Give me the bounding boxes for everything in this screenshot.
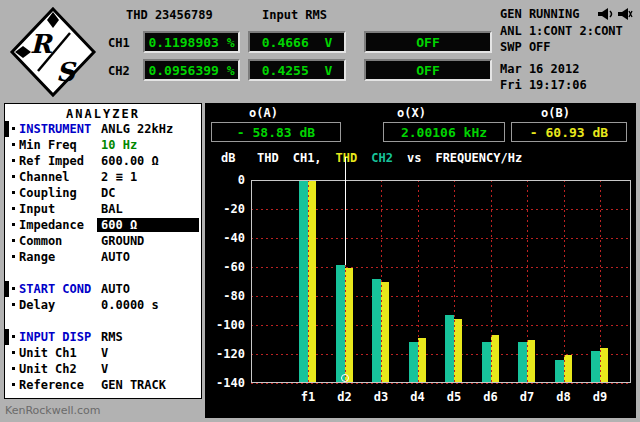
aux-display-1: OFF xyxy=(364,31,492,53)
row-label: Impedance xyxy=(19,218,84,232)
svg-text:R: R xyxy=(30,29,53,59)
row-bullet xyxy=(12,383,15,386)
plot-area: 0-20-40-60-80-100-120-140f1d2d3d4d5d6d7d… xyxy=(205,103,636,418)
row-bullet xyxy=(12,127,15,130)
row-label: Range xyxy=(19,250,55,264)
swp-status: SWP OFF xyxy=(500,40,551,54)
analyzer-panel: ANALYZER INSTRUMENTANLG 22kHzMin Freq10 … xyxy=(4,103,202,399)
row-bullet xyxy=(12,255,15,258)
svg-text:S: S xyxy=(56,57,77,87)
y-tick-label: -120 xyxy=(205,347,245,361)
y-tick-label: -40 xyxy=(205,231,245,245)
section-indicator xyxy=(5,329,9,345)
date-display: Mar 16 2012 xyxy=(500,62,579,76)
row-label: Unit Ch1 xyxy=(19,346,77,360)
y-tick-label: -100 xyxy=(205,318,245,332)
y-tick-label: -140 xyxy=(205,376,245,390)
x-tick-label: d2 xyxy=(327,390,363,404)
menu-row-common[interactable]: CommonGROUND xyxy=(5,233,201,249)
time-display: Fri 19:17:06 xyxy=(500,78,587,92)
speaker-icon xyxy=(597,7,613,21)
x-tick-label: f1 xyxy=(290,390,326,404)
menu-row-instrument[interactable]: INSTRUMENTANLG 22kHz xyxy=(5,121,201,137)
row-bullet xyxy=(12,175,15,178)
row-bullet xyxy=(12,143,15,146)
row-bullet xyxy=(12,239,15,242)
x-tick-label: d8 xyxy=(546,390,582,404)
x-tick-label: d9 xyxy=(582,390,618,404)
row-label: Delay xyxy=(19,298,55,312)
x-tick-label: d5 xyxy=(436,390,472,404)
row-value: 2 ≡ 1 xyxy=(101,170,137,184)
rms2-display: 0.4255 V xyxy=(248,59,346,81)
row-value: 600 Ω xyxy=(97,218,199,232)
row-label: Min Freq xyxy=(19,138,77,152)
ch2-thd-display: 0.0956399 % xyxy=(143,59,240,81)
x-tick-label: d6 xyxy=(473,390,509,404)
ch1-thd-display: 0.1198903 % xyxy=(143,31,240,53)
analyzer-rows: INSTRUMENTANLG 22kHzMin Freq10 HzRef Imp… xyxy=(5,121,201,393)
row-bullet xyxy=(12,159,15,162)
row-bullet xyxy=(12,207,15,210)
menu-row-channel[interactable]: Channel2 ≡ 1 xyxy=(5,169,201,185)
y-tick-label: -20 xyxy=(205,202,245,216)
menu-row-input-disp[interactable]: INPUT DISPRMS xyxy=(5,329,201,345)
row-value: DC xyxy=(101,186,115,200)
menu-row-input[interactable]: InputBAL xyxy=(5,201,201,217)
row-bullet xyxy=(12,191,15,194)
row-bullet xyxy=(12,367,15,370)
thd-function-label: THD 23456789 xyxy=(126,8,213,22)
section-indicator xyxy=(5,281,9,297)
row-label: INPUT DISP xyxy=(19,330,91,344)
row-bullet xyxy=(12,223,15,226)
row-label: Input xyxy=(19,202,55,216)
menu-row-delay[interactable]: Delay0.0000 s xyxy=(5,297,201,313)
row-value: GEN TRACK xyxy=(101,378,166,392)
row-value: AUTO xyxy=(101,250,130,264)
aux-display-2: OFF xyxy=(364,59,492,81)
row-bullet xyxy=(12,351,15,354)
row-value: GROUND xyxy=(101,234,144,248)
row-value: V xyxy=(101,346,108,360)
row-label: INSTRUMENT xyxy=(19,122,91,136)
menu-row-unit-ch2[interactable]: Unit Ch2V xyxy=(5,361,201,377)
row-bullet xyxy=(12,303,15,306)
plot-frame xyxy=(251,180,631,383)
x-tick-label: d7 xyxy=(509,390,545,404)
row-value: 600.00 Ω xyxy=(101,154,159,168)
row-value: AUTO xyxy=(101,282,130,296)
row-value: 0.0000 s xyxy=(101,298,159,312)
y-tick-label: -80 xyxy=(205,289,245,303)
row-label: Coupling xyxy=(19,186,77,200)
watermark: KenRockwell.com xyxy=(5,404,101,417)
gen-status: GEN RUNNING xyxy=(500,7,579,21)
menu-row-impedance[interactable]: Impedance600 Ω xyxy=(5,217,201,233)
row-value: 10 Hz xyxy=(101,138,137,152)
analyzer-panel-title: ANALYZER xyxy=(5,104,201,121)
row-value: RMS xyxy=(101,330,123,344)
row-label: Reference xyxy=(19,378,84,392)
y-tick-label: -60 xyxy=(205,260,245,274)
menu-row-start-cond[interactable]: START CONDAUTO xyxy=(5,281,201,297)
x-tick-label: d4 xyxy=(400,390,436,404)
row-value: BAL xyxy=(101,202,123,216)
row-bullet xyxy=(12,335,15,338)
rs-logo: R S xyxy=(8,5,98,99)
row-label: START COND xyxy=(19,282,91,296)
menu-row-coupling[interactable]: CouplingDC xyxy=(5,185,201,201)
ch1-label: CH1 xyxy=(108,36,130,50)
panel-spacer xyxy=(5,313,201,329)
row-label: Unit Ch2 xyxy=(19,362,77,376)
row-bullet xyxy=(12,287,15,290)
menu-row-range[interactable]: RangeAUTO xyxy=(5,249,201,265)
row-value: ANLG 22kHz xyxy=(101,122,173,136)
menu-row-min-freq[interactable]: Min Freq10 Hz xyxy=(5,137,201,153)
x-tick-label: d3 xyxy=(363,390,399,404)
rms1-display: 0.4666 V xyxy=(248,31,346,53)
row-value: V xyxy=(101,362,108,376)
anl-status: ANL 1:CONT 2:CONT xyxy=(500,24,623,38)
menu-row-reference[interactable]: ReferenceGEN TRACK xyxy=(5,377,201,393)
menu-row-unit-ch1[interactable]: Unit Ch1V xyxy=(5,345,201,361)
section-indicator xyxy=(5,121,9,137)
menu-row-ref-imped[interactable]: Ref Imped600.00 Ω xyxy=(5,153,201,169)
